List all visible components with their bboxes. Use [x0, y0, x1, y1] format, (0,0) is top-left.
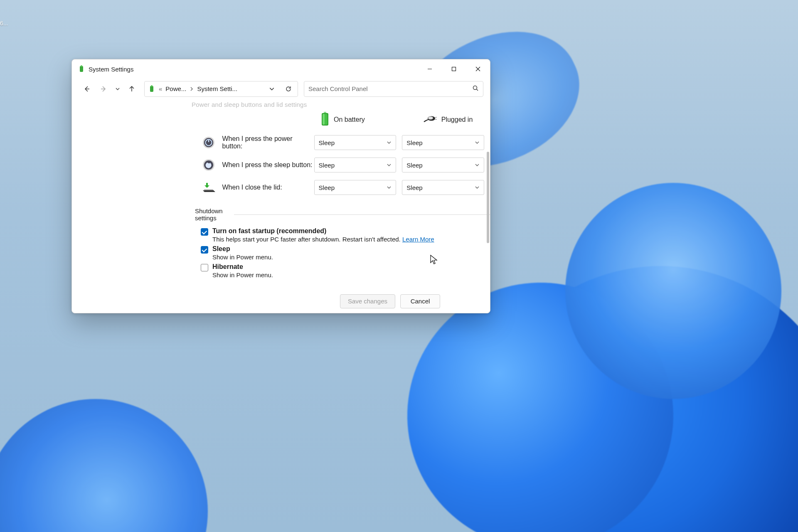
svg-point-18 — [428, 117, 433, 120]
select-sleep-button-plugged[interactable]: Sleep — [402, 158, 484, 172]
column-plugged-in-label: Plugged in — [441, 116, 473, 123]
svg-rect-9 — [150, 86, 153, 92]
sleep-button-icon — [201, 158, 217, 172]
select-power-button-plugged[interactable]: Sleep — [402, 135, 484, 150]
breadcrumb-root-icon — [148, 85, 155, 93]
search-box[interactable] — [304, 81, 483, 97]
checkbox-hibernate-title: Hibernate — [212, 263, 273, 271]
svg-line-12 — [477, 89, 478, 91]
minimize-button[interactable] — [418, 59, 442, 79]
footer: Save changes Cancel — [72, 289, 490, 313]
search-icon — [472, 85, 479, 93]
checkbox-fast-startup[interactable]: Turn on fast startup (recommended) This … — [201, 227, 490, 243]
checkbox-hibernate-box[interactable] — [201, 264, 208, 271]
checkbox-hibernate[interactable]: Hibernate Show in Power menu. — [201, 263, 490, 278]
plug-icon — [423, 114, 437, 125]
svg-rect-0 — [80, 66, 83, 72]
search-input[interactable] — [308, 85, 472, 92]
divider — [234, 214, 490, 215]
scrollbar-thumb[interactable] — [487, 152, 489, 243]
svg-rect-1 — [81, 65, 82, 66]
nav-up-button[interactable] — [124, 81, 139, 96]
checkbox-hibernate-desc: Show in Power menu. — [212, 271, 273, 278]
select-power-button-plugged-value: Sleep — [406, 139, 422, 146]
close-button[interactable] — [466, 59, 490, 79]
shutdown-settings-heading: Shutdown settings — [195, 207, 490, 222]
nav-forward-button[interactable] — [96, 81, 111, 96]
columns-header: On battery Plugged in — [72, 112, 490, 128]
nav-back-button[interactable] — [79, 81, 94, 96]
chevron-down-icon — [387, 139, 392, 146]
chevron-down-icon — [387, 184, 392, 191]
window-title: System Settings — [89, 66, 133, 73]
svg-rect-3 — [452, 67, 456, 71]
select-lid-battery[interactable]: Sleep — [314, 180, 397, 195]
address-bar[interactable]: « Powe... System Setti... — [144, 81, 298, 97]
breadcrumb-prefix: « — [159, 85, 162, 92]
select-power-button-battery-value: Sleep — [319, 139, 335, 146]
checkbox-fast-startup-title: Turn on fast startup (recommended) — [212, 227, 434, 235]
nav-history-dropdown[interactable] — [113, 81, 123, 96]
chevron-down-icon — [475, 184, 480, 191]
select-lid-battery-value: Sleep — [319, 184, 335, 191]
row-power-button-label: When I press the power button: — [222, 135, 314, 150]
select-sleep-button-battery[interactable]: Sleep — [314, 158, 397, 172]
row-sleep-button-label: When I press the sleep button: — [222, 161, 314, 169]
select-lid-plugged-value: Sleep — [406, 184, 422, 191]
svg-point-11 — [473, 86, 477, 90]
row-power-button: When I press the power button: Sleep Sle… — [72, 135, 490, 150]
battery-app-icon — [78, 65, 85, 73]
cancel-button[interactable]: Cancel — [400, 294, 440, 308]
checkbox-sleep-box[interactable] — [201, 246, 208, 254]
row-close-lid-label: When I close the lid: — [222, 184, 314, 191]
select-power-button-battery[interactable]: Sleep — [314, 135, 397, 150]
checkbox-sleep-title: Sleep — [212, 245, 273, 253]
row-close-lid: When I close the lid: Sleep Sleep — [72, 180, 490, 195]
navbar: « Powe... System Setti... — [72, 79, 490, 99]
learn-more-link[interactable]: Learn More — [402, 236, 434, 243]
save-changes-button[interactable]: Save changes — [340, 294, 395, 308]
column-plugged-in: Plugged in — [423, 114, 473, 125]
chevron-down-icon — [387, 162, 392, 169]
checkbox-sleep[interactable]: Sleep Show in Power menu. — [201, 245, 490, 261]
truncated-section-heading: Power and sleep buttons and lid settings — [192, 101, 307, 108]
checkbox-fast-startup-box[interactable] — [201, 228, 208, 236]
system-settings-window: System Settings — [71, 59, 490, 313]
select-sleep-button-battery-value: Sleep — [319, 162, 335, 169]
power-button-icon — [201, 136, 217, 149]
column-on-battery-label: On battery — [334, 116, 365, 123]
vertical-scrollbar[interactable] — [487, 102, 489, 286]
row-sleep-button: When I press the sleep button: Sleep Sle… — [72, 158, 490, 172]
chevron-down-icon — [475, 139, 480, 146]
select-sleep-button-plugged-value: Sleep — [406, 162, 422, 169]
breadcrumb-level2[interactable]: System Setti... — [197, 85, 237, 92]
mouse-cursor-icon — [430, 254, 438, 266]
breadcrumb-separator-icon — [190, 85, 194, 92]
address-dropdown-button[interactable] — [266, 83, 278, 95]
battery-icon — [320, 112, 330, 128]
svg-line-19 — [435, 117, 437, 118]
checkbox-fast-startup-desc: This helps start your PC faster after sh… — [212, 236, 402, 243]
breadcrumb-level1[interactable]: Powe... — [165, 85, 186, 92]
svg-rect-10 — [151, 85, 153, 86]
desktop-icon-label[interactable]: 6... — [0, 20, 8, 27]
refresh-button[interactable] — [283, 83, 294, 95]
svg-rect-16 — [323, 114, 325, 125]
titlebar[interactable]: System Settings — [72, 59, 490, 79]
checkbox-sleep-desc: Show in Power menu. — [212, 254, 273, 261]
maximize-button[interactable] — [442, 59, 466, 79]
close-lid-icon — [201, 181, 217, 194]
chevron-down-icon — [475, 162, 480, 169]
select-lid-plugged[interactable]: Sleep — [402, 180, 484, 195]
column-on-battery: On battery — [320, 112, 365, 128]
content-area: Power and sleep buttons and lid settings… — [72, 99, 490, 289]
shutdown-settings-heading-label: Shutdown settings — [195, 207, 227, 222]
